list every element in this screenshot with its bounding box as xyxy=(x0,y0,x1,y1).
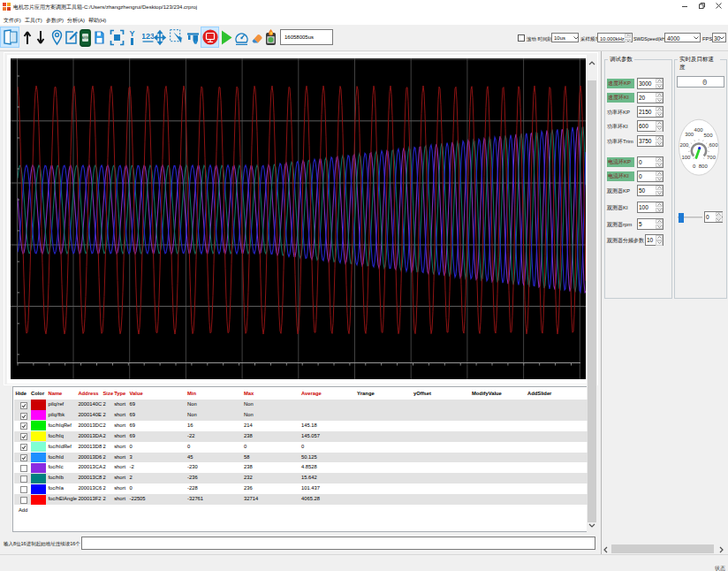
svg-text:ARM: ARM xyxy=(82,36,89,40)
svg-text:Y: Y xyxy=(129,29,134,38)
svg-text:123: 123 xyxy=(142,32,154,41)
